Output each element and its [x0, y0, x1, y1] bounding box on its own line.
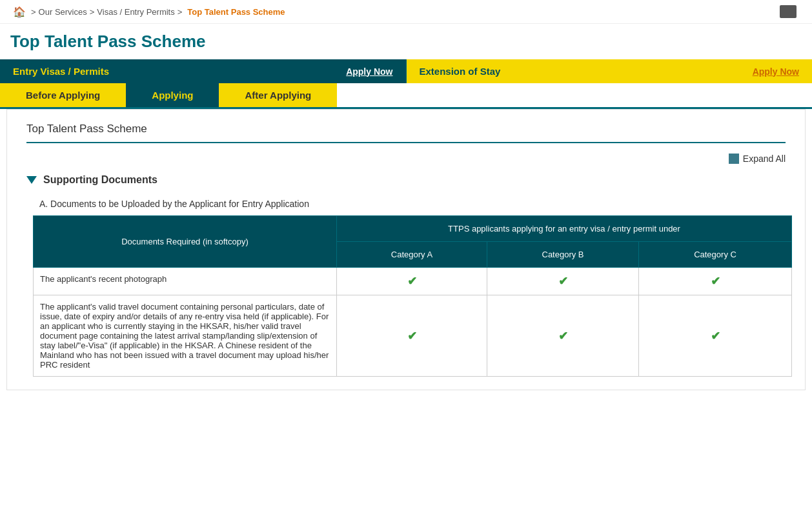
breadcrumb-separator3: > — [178, 7, 183, 17]
collapse-triangle-icon — [26, 176, 37, 184]
supporting-documents-title: Supporting Documents — [43, 174, 157, 186]
expand-all-label: Expand All — [743, 154, 786, 164]
tab-before-applying[interactable]: Before Applying — [0, 83, 126, 107]
extension-apply-now[interactable]: Apply Now — [753, 66, 799, 77]
table-row: The applicant's valid travel document co… — [34, 295, 792, 377]
checkmark-icon: ✔ — [711, 275, 720, 288]
sub-tabs: Before Applying Applying After Applying — [0, 83, 812, 109]
documents-table: Documents Required (in softcopy) TTPS ap… — [33, 215, 792, 377]
home-icon[interactable]: 🏠 — [13, 6, 26, 18]
col-ttps-header: TTPS applicants applying for an entry vi… — [337, 216, 792, 242]
checkmark-icon: ✔ — [711, 330, 720, 343]
checkmark-icon: ✔ — [407, 330, 417, 343]
col-cat-b: Category B — [487, 242, 639, 268]
expand-all-button[interactable]: Expand All — [729, 154, 786, 164]
doc-cell-1: The applicant's recent photograph — [34, 268, 337, 295]
table-row: The applicant's recent photograph ✔ ✔ ✔ — [34, 268, 792, 295]
breadcrumb-separator: > — [31, 7, 36, 17]
expand-all-row: Expand All — [26, 154, 786, 164]
content-area: Top Talent Pass Scheme Expand All Suppor… — [6, 109, 806, 390]
checkmark-icon: ✔ — [558, 330, 568, 343]
checkmark-icon: ✔ — [407, 275, 417, 288]
supporting-documents-header[interactable]: Supporting Documents — [26, 174, 786, 186]
breadcrumb-separator2: > — [90, 7, 95, 17]
tab-applying[interactable]: Applying — [126, 83, 219, 107]
sub-section-label: A. Documents to be Uploaded by the Appli… — [39, 199, 786, 209]
entry-visas-label: Entry Visas / Permits — [13, 66, 109, 77]
col-cat-c: Category C — [639, 242, 792, 268]
cat-c-check-1: ✔ — [639, 268, 792, 295]
entry-visas-section: Entry Visas / Permits Apply Now — [0, 59, 406, 83]
checkmark-icon: ✔ — [558, 275, 568, 288]
cat-a-check-1: ✔ — [337, 268, 487, 295]
extension-of-stay-label: Extension of Stay — [420, 66, 501, 77]
cat-a-check-2: ✔ — [337, 295, 487, 377]
expand-icon — [729, 154, 739, 164]
doc-cell-2: The applicant's valid travel document co… — [34, 295, 337, 377]
col-documents-required: Documents Required (in softcopy) — [34, 216, 337, 268]
col-cat-a: Category A — [337, 242, 487, 268]
top-nav-bar: Entry Visas / Permits Apply Now Extensio… — [0, 59, 812, 83]
top-right-icon — [780, 5, 797, 18]
breadcrumb-active: Top Talent Pass Scheme — [187, 7, 285, 17]
breadcrumb: 🏠 > Our Services > Visas / Entry Permits… — [0, 0, 812, 24]
extension-of-stay-section: Extension of Stay Apply Now — [407, 59, 813, 83]
entry-visas-apply-now[interactable]: Apply Now — [346, 66, 392, 77]
tab-after-applying[interactable]: After Applying — [219, 83, 337, 107]
page-title: Top Talent Pass Scheme — [0, 24, 812, 59]
cat-b-check-1: ✔ — [487, 268, 639, 295]
cat-c-check-2: ✔ — [639, 295, 792, 377]
breadcrumb-our-services[interactable]: Our Services — [39, 7, 87, 17]
cat-b-check-2: ✔ — [487, 295, 639, 377]
content-section-title: Top Talent Pass Scheme — [26, 123, 786, 143]
breadcrumb-visas[interactable]: Visas / Entry Permits — [97, 7, 174, 17]
